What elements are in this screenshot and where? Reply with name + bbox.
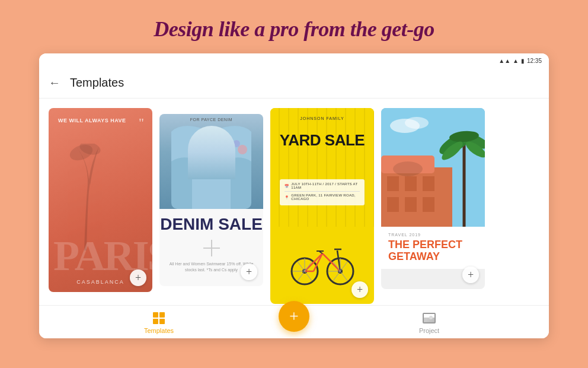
card-add-paris[interactable]: + bbox=[130, 269, 146, 286]
travel-tag: TRAVEL 2019 bbox=[388, 233, 478, 237]
svg-point-4 bbox=[238, 145, 247, 154]
svg-rect-37 bbox=[405, 197, 417, 212]
card-add-travel[interactable]: + bbox=[462, 267, 479, 283]
nav-item-templates[interactable]: Templates bbox=[39, 310, 279, 334]
denim-title: DENIM SALE bbox=[159, 209, 263, 235]
denim-plus bbox=[159, 240, 263, 256]
location-icon: 📍 bbox=[285, 195, 289, 199]
svg-rect-39 bbox=[393, 161, 423, 176]
project-label: Project bbox=[419, 327, 439, 334]
svg-point-47 bbox=[405, 117, 429, 129]
yard-dates: JULY 10TH-11TH / 2017 / STARTS AT 11AM bbox=[291, 182, 360, 189]
travel-image-top bbox=[381, 108, 485, 227]
svg-line-29 bbox=[333, 271, 340, 281]
page-title: Templates bbox=[70, 76, 124, 90]
bottom-nav: Templates + Project bbox=[39, 305, 549, 338]
yard-family: JOHNSON FAMILY bbox=[270, 116, 374, 120]
card-add-denim[interactable]: + bbox=[241, 264, 257, 280]
paris-quotemark: " bbox=[139, 115, 144, 131]
paris-text: PARIS bbox=[53, 238, 152, 274]
phone-frame: ▲▲ ▲ ▮ 12:35 ← Templates WE WILL ALWAYS … bbox=[39, 53, 549, 338]
denim-jacket-bg: FOR PAYCE DENIM bbox=[159, 114, 263, 209]
svg-line-22 bbox=[305, 271, 312, 281]
svg-rect-34 bbox=[405, 176, 417, 191]
templates-label: Templates bbox=[144, 327, 174, 334]
travel-title: THE PERFECT GETAWAY bbox=[388, 239, 478, 263]
status-time: 12:35 bbox=[527, 58, 542, 64]
paris-quote: WE WILL ALWAYS HAVE bbox=[58, 118, 126, 125]
battery-icon: ▮ bbox=[521, 58, 525, 64]
status-bar: ▲▲ ▲ ▮ 12:35 bbox=[39, 53, 549, 68]
back-button[interactable]: ← bbox=[49, 76, 60, 90]
fab-button[interactable]: + bbox=[279, 301, 309, 332]
svg-rect-33 bbox=[387, 176, 399, 191]
card-add-yardsale[interactable]: + bbox=[351, 281, 368, 298]
travel-content: TRAVEL 2019 THE PERFECT GETAWAY bbox=[381, 227, 485, 269]
wifi-icon: ▲ bbox=[513, 58, 519, 64]
signal-icon: ▲▲ bbox=[498, 58, 510, 64]
svg-line-28 bbox=[340, 271, 347, 281]
svg-rect-38 bbox=[423, 197, 434, 212]
template-card-denim[interactable]: FOR PAYCE DENIM DENIM SALE All Her and W… bbox=[159, 114, 263, 286]
svg-line-20 bbox=[298, 262, 305, 271]
top-nav: ← Templates bbox=[39, 68, 549, 99]
svg-line-21 bbox=[305, 262, 312, 271]
grid-icon bbox=[153, 312, 165, 324]
template-card-yardsale[interactable]: JOHNSON FAMILY YARD SALE 📅 JULY 10TH-11T… bbox=[270, 108, 374, 304]
template-card-paris[interactable]: WE WILL ALWAYS HAVE " PARIS CASABLANCA + bbox=[49, 108, 152, 292]
svg-line-23 bbox=[298, 271, 305, 281]
svg-line-16 bbox=[319, 252, 322, 253]
project-icon bbox=[421, 310, 437, 326]
calendar-icon: 📅 bbox=[285, 184, 289, 188]
svg-rect-36 bbox=[387, 197, 399, 212]
template-card-travel[interactable]: TRAVEL 2019 THE PERFECT GETAWAY + bbox=[381, 108, 485, 289]
headline: Design like a pro from the get-go bbox=[0, 0, 588, 53]
svg-line-10 bbox=[305, 253, 322, 271]
templates-icon bbox=[151, 310, 167, 326]
yard-stripes-bg bbox=[270, 108, 374, 227]
yard-info: 📅 JULY 10TH-11TH / 2017 / STARTS AT 11AM… bbox=[280, 179, 365, 205]
yard-location-row: 📍 GREEN PARK, 11 FAIRVIEW ROAD, CHICAGO bbox=[285, 193, 360, 201]
nav-item-project[interactable]: Project bbox=[309, 310, 549, 334]
yard-title: YARD SALE bbox=[270, 132, 374, 149]
svg-point-5 bbox=[233, 140, 240, 147]
cards-area: WE WILL ALWAYS HAVE " PARIS CASABLANCA +… bbox=[39, 99, 549, 305]
svg-rect-35 bbox=[423, 176, 434, 191]
yard-divider bbox=[285, 191, 360, 192]
yard-location: GREEN PARK, 11 FAIRVIEW ROAD, CHICAGO bbox=[291, 193, 360, 201]
denim-cross-icon bbox=[203, 240, 220, 256]
yard-bike bbox=[287, 239, 358, 286]
yard-dates-row: 📅 JULY 10TH-11TH / 2017 / STARTS AT 11AM bbox=[285, 182, 360, 189]
image-icon bbox=[423, 313, 436, 323]
svg-line-27 bbox=[340, 262, 347, 271]
